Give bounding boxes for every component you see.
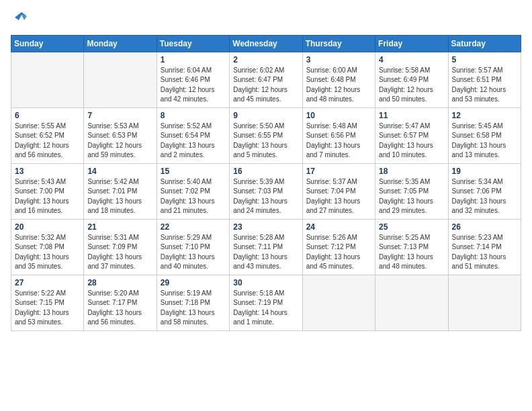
calendar-cell: 21Sunrise: 5:31 AMSunset: 7:09 PMDayligh… [84, 219, 157, 275]
calendar-cell [84, 52, 157, 107]
calendar-cell: 26Sunrise: 5:23 AMSunset: 7:14 PMDayligh… [448, 219, 521, 275]
day-content: Sunrise: 5:22 AMSunset: 7:15 PMDaylight:… [15, 289, 80, 328]
calendar-cell [302, 275, 375, 330]
day-number: 12 [452, 111, 517, 120]
day-content: Sunrise: 5:42 AMSunset: 7:01 PMDaylight:… [87, 177, 152, 216]
day-content: Sunrise: 6:02 AMSunset: 6:47 PMDaylight:… [233, 66, 298, 105]
weekday-header-tuesday: Tuesday [157, 35, 229, 52]
calendar-cell: 1Sunrise: 6:04 AMSunset: 6:46 PMDaylight… [157, 52, 229, 107]
day-number: 16 [233, 167, 298, 176]
day-content: Sunrise: 5:18 AMSunset: 7:19 PMDaylight:… [233, 289, 298, 328]
day-number: 27 [15, 278, 80, 287]
calendar-cell: 23Sunrise: 5:28 AMSunset: 7:11 PMDayligh… [230, 219, 302, 275]
day-number: 28 [87, 278, 152, 287]
day-content: Sunrise: 5:48 AMSunset: 6:56 PMDaylight:… [306, 122, 371, 161]
calendar-cell: 6Sunrise: 5:55 AMSunset: 6:52 PMDaylight… [11, 107, 84, 163]
day-number: 21 [87, 222, 152, 232]
weekday-header-monday: Monday [84, 35, 157, 52]
day-content: Sunrise: 5:52 AMSunset: 6:54 PMDaylight:… [161, 122, 226, 161]
day-number: 20 [15, 222, 80, 232]
weekday-header-saturday: Saturday [448, 35, 521, 52]
day-content: Sunrise: 5:50 AMSunset: 6:55 PMDaylight:… [233, 122, 298, 161]
day-number: 17 [306, 167, 371, 176]
day-content: Sunrise: 5:29 AMSunset: 7:10 PMDaylight:… [161, 233, 226, 272]
day-content: Sunrise: 5:58 AMSunset: 6:49 PMDaylight:… [379, 66, 444, 105]
day-number: 18 [379, 167, 444, 176]
header [11, 11, 521, 28]
calendar-week-row-1: 1Sunrise: 6:04 AMSunset: 6:46 PMDaylight… [11, 52, 521, 107]
calendar-cell: 10Sunrise: 5:48 AMSunset: 6:56 PMDayligh… [302, 107, 375, 163]
day-content: Sunrise: 5:57 AMSunset: 6:51 PMDaylight:… [452, 66, 517, 105]
calendar-cell [11, 52, 84, 107]
day-content: Sunrise: 5:23 AMSunset: 7:14 PMDaylight:… [452, 233, 517, 272]
calendar-cell: 2Sunrise: 6:02 AMSunset: 6:47 PMDaylight… [230, 52, 302, 107]
day-content: Sunrise: 5:37 AMSunset: 7:04 PMDaylight:… [306, 177, 371, 216]
calendar-cell: 13Sunrise: 5:43 AMSunset: 7:00 PMDayligh… [11, 163, 84, 219]
day-number: 5 [452, 55, 517, 64]
weekday-header-row: SundayMondayTuesdayWednesdayThursdayFrid… [11, 35, 521, 52]
calendar-cell: 18Sunrise: 5:35 AMSunset: 7:05 PMDayligh… [375, 163, 448, 219]
calendar-cell: 12Sunrise: 5:45 AMSunset: 6:58 PMDayligh… [448, 107, 521, 163]
calendar-week-row-4: 20Sunrise: 5:32 AMSunset: 7:08 PMDayligh… [11, 219, 521, 275]
day-number: 19 [452, 167, 517, 176]
calendar-cell: 20Sunrise: 5:32 AMSunset: 7:08 PMDayligh… [11, 219, 84, 275]
calendar-cell: 7Sunrise: 5:53 AMSunset: 6:53 PMDaylight… [84, 107, 157, 163]
day-number: 11 [379, 111, 444, 120]
calendar-cell: 11Sunrise: 5:47 AMSunset: 6:57 PMDayligh… [375, 107, 448, 163]
calendar-cell: 3Sunrise: 6:00 AMSunset: 6:48 PMDaylight… [302, 52, 375, 107]
day-number: 10 [306, 111, 371, 120]
day-number: 14 [87, 167, 152, 176]
calendar-cell: 14Sunrise: 5:42 AMSunset: 7:01 PMDayligh… [84, 163, 157, 219]
weekday-header-thursday: Thursday [302, 35, 375, 52]
calendar-cell: 19Sunrise: 5:34 AMSunset: 7:06 PMDayligh… [448, 163, 521, 219]
day-number: 8 [161, 111, 226, 120]
day-content: Sunrise: 6:00 AMSunset: 6:48 PMDaylight:… [306, 66, 371, 105]
day-number: 23 [233, 222, 298, 232]
calendar-cell: 4Sunrise: 5:58 AMSunset: 6:49 PMDaylight… [375, 52, 448, 107]
day-number: 15 [161, 167, 226, 176]
day-number: 1 [161, 55, 226, 64]
day-content: Sunrise: 5:31 AMSunset: 7:09 PMDaylight:… [87, 233, 152, 272]
weekday-header-sunday: Sunday [11, 35, 84, 52]
calendar-cell: 29Sunrise: 5:19 AMSunset: 7:18 PMDayligh… [157, 275, 229, 330]
day-content: Sunrise: 5:43 AMSunset: 7:00 PMDaylight:… [15, 177, 80, 216]
calendar-cell: 17Sunrise: 5:37 AMSunset: 7:04 PMDayligh… [302, 163, 375, 219]
day-content: Sunrise: 5:20 AMSunset: 7:17 PMDaylight:… [87, 289, 152, 328]
day-content: Sunrise: 5:53 AMSunset: 6:53 PMDaylight:… [87, 122, 152, 161]
day-number: 26 [452, 222, 517, 232]
calendar-cell: 5Sunrise: 5:57 AMSunset: 6:51 PMDaylight… [448, 52, 521, 107]
day-content: Sunrise: 5:45 AMSunset: 6:58 PMDaylight:… [452, 122, 517, 161]
day-number: 4 [379, 55, 444, 64]
day-number: 6 [15, 111, 80, 120]
day-content: Sunrise: 5:39 AMSunset: 7:03 PMDaylight:… [233, 177, 298, 216]
calendar-cell: 15Sunrise: 5:40 AMSunset: 7:02 PMDayligh… [157, 163, 229, 219]
calendar-cell: 27Sunrise: 5:22 AMSunset: 7:15 PMDayligh… [11, 275, 84, 330]
calendar-cell: 22Sunrise: 5:29 AMSunset: 7:10 PMDayligh… [157, 219, 229, 275]
day-number: 24 [306, 222, 371, 232]
calendar-cell: 8Sunrise: 5:52 AMSunset: 6:54 PMDaylight… [157, 107, 229, 163]
day-content: Sunrise: 5:28 AMSunset: 7:11 PMDaylight:… [233, 233, 298, 272]
calendar-cell [375, 275, 448, 330]
logo [11, 11, 28, 28]
day-content: Sunrise: 5:25 AMSunset: 7:13 PMDaylight:… [379, 233, 444, 272]
calendar-table: SundayMondayTuesdayWednesdayThursdayFrid… [11, 35, 521, 331]
weekday-header-wednesday: Wednesday [230, 35, 302, 52]
day-content: Sunrise: 5:32 AMSunset: 7:08 PMDaylight:… [15, 233, 80, 272]
day-number: 30 [233, 278, 298, 287]
day-number: 25 [379, 222, 444, 232]
weekday-header-friday: Friday [375, 35, 448, 52]
day-number: 7 [87, 111, 152, 120]
calendar-cell [448, 275, 521, 330]
calendar-week-row-2: 6Sunrise: 5:55 AMSunset: 6:52 PMDaylight… [11, 107, 521, 163]
day-number: 13 [15, 167, 80, 176]
calendar-week-row-5: 27Sunrise: 5:22 AMSunset: 7:15 PMDayligh… [11, 275, 521, 330]
calendar-cell: 16Sunrise: 5:39 AMSunset: 7:03 PMDayligh… [230, 163, 302, 219]
day-number: 22 [161, 222, 226, 232]
day-content: Sunrise: 5:47 AMSunset: 6:57 PMDaylight:… [379, 122, 444, 161]
calendar-cell: 24Sunrise: 5:26 AMSunset: 7:12 PMDayligh… [302, 219, 375, 275]
logo-bird-icon [12, 11, 28, 24]
calendar-cell: 28Sunrise: 5:20 AMSunset: 7:17 PMDayligh… [84, 275, 157, 330]
calendar-week-row-3: 13Sunrise: 5:43 AMSunset: 7:00 PMDayligh… [11, 163, 521, 219]
day-number: 3 [306, 55, 371, 64]
day-content: Sunrise: 5:26 AMSunset: 7:12 PMDaylight:… [306, 233, 371, 272]
